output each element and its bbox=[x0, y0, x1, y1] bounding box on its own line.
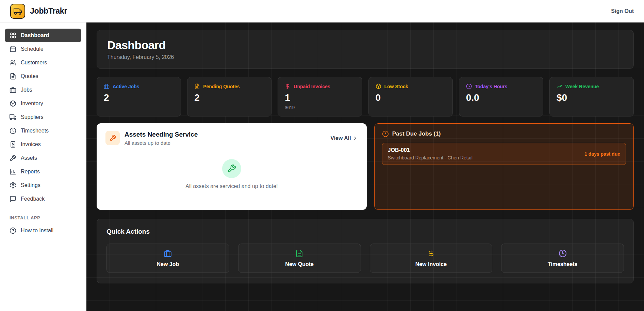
assets-card-titles: Assets Needing Service All assets up to … bbox=[125, 131, 198, 146]
briefcase-icon bbox=[104, 83, 110, 89]
layout-grid-icon bbox=[10, 32, 16, 39]
sidebar-item-label: Timesheets bbox=[21, 128, 49, 134]
sidebar-item-how-to-install[interactable]: How to Install bbox=[5, 224, 81, 237]
quick-action-label: New Job bbox=[156, 261, 179, 267]
assets-needing-service-card: Assets Needing Service All assets up to … bbox=[97, 123, 367, 210]
sidebar-item-label: Dashboard bbox=[21, 32, 49, 38]
sidebar-item-label: Customers bbox=[21, 60, 47, 66]
briefcase-icon bbox=[164, 249, 172, 258]
stat-value: 0 bbox=[376, 92, 446, 103]
sidebar-item-suppliers[interactable]: Suppliers bbox=[5, 110, 81, 124]
sidebar-item-label: Feedback bbox=[21, 196, 45, 202]
assets-card-empty-state: All assets are serviced and up to date! bbox=[105, 146, 358, 202]
wrench-icon bbox=[105, 131, 120, 145]
stat-card-header: Week Revenue bbox=[557, 83, 627, 89]
stat-value: $0 bbox=[557, 92, 627, 103]
sidebar-item-label: Jobs bbox=[21, 87, 32, 93]
page-date: Thursday, February 5, 2026 bbox=[107, 54, 623, 60]
stat-card-active-jobs: Active Jobs2 bbox=[97, 77, 181, 116]
stat-card-unpaid-invoices: Unpaid Invoices1$619 bbox=[278, 77, 362, 116]
bar-chart-icon bbox=[10, 168, 16, 175]
app-title: JobbTrakr bbox=[30, 6, 67, 16]
clock-icon bbox=[559, 249, 567, 258]
dollar-sign-icon bbox=[427, 249, 435, 258]
package-icon bbox=[376, 83, 381, 89]
quick-action-label: New Invoice bbox=[415, 261, 447, 267]
sidebar-item-dashboard[interactable]: Dashboard bbox=[5, 29, 81, 42]
stat-card-low-stock: Low Stock0 bbox=[368, 77, 453, 116]
package-icon bbox=[10, 100, 16, 107]
quick-action-new-job-button[interactable]: New Job bbox=[106, 244, 229, 273]
quick-actions-row: New JobNew QuoteNew InvoiceTimesheets bbox=[106, 244, 624, 273]
sidebar-item-label: Inventory bbox=[21, 100, 43, 107]
assets-card-subtitle: All assets up to date bbox=[125, 140, 198, 146]
invoice-icon bbox=[10, 141, 16, 148]
past-due-badge: 1 days past due bbox=[584, 151, 620, 157]
wrench-icon bbox=[10, 155, 16, 161]
sidebar-item-timesheets[interactable]: Timesheets bbox=[5, 124, 81, 138]
past-due-title: Past Due Jobs (1) bbox=[392, 130, 441, 137]
file-text-icon bbox=[295, 249, 303, 258]
sidebar-item-customers[interactable]: Customers bbox=[5, 56, 81, 69]
stats-row: Active Jobs2Pending Quotes2Unpaid Invoic… bbox=[97, 77, 634, 116]
assets-empty-message: All assets are serviced and up to date! bbox=[185, 183, 278, 189]
sidebar-item-schedule[interactable]: Schedule bbox=[5, 42, 81, 56]
install-item-container: How to Install bbox=[5, 224, 81, 237]
sidebar-nav: DashboardScheduleCustomersQuotesJobsInve… bbox=[5, 29, 81, 206]
trending-up-icon bbox=[557, 83, 562, 89]
stat-label: Today's Hours bbox=[475, 84, 508, 89]
stat-card-header: Low Stock bbox=[376, 83, 446, 89]
middle-row: Assets Needing Service All assets up to … bbox=[97, 123, 634, 210]
sidebar-item-settings[interactable]: Settings bbox=[5, 178, 81, 192]
quick-action-new-invoice-button[interactable]: New Invoice bbox=[370, 244, 493, 273]
clock-icon bbox=[466, 83, 472, 89]
sidebar-item-invoices[interactable]: Invoices bbox=[5, 138, 81, 151]
file-text-icon bbox=[10, 73, 16, 80]
topbar: JobbTrakr Sign Out bbox=[0, 0, 644, 22]
sidebar-item-assets[interactable]: Assets bbox=[5, 151, 81, 165]
sidebar-item-label: Suppliers bbox=[21, 114, 44, 120]
dashboard-header-card: Dashboard Thursday, February 5, 2026 bbox=[97, 30, 634, 69]
truck-icon bbox=[10, 114, 16, 121]
sidebar-item-inventory[interactable]: Inventory bbox=[5, 97, 81, 110]
past-due-header: Past Due Jobs (1) bbox=[382, 130, 626, 137]
chevron-right-icon bbox=[352, 136, 358, 141]
stat-label: Pending Quotes bbox=[203, 84, 240, 89]
message-icon bbox=[10, 196, 16, 202]
install-app-section-label: INSTALL APP bbox=[10, 215, 77, 220]
dollar-sign-icon bbox=[285, 83, 291, 89]
alert-circle-icon bbox=[382, 130, 389, 137]
past-due-jobs-card: Past Due Jobs (1) JOB-001Switchboard Rep… bbox=[374, 123, 634, 210]
sidebar-item-label: Assets bbox=[21, 155, 37, 161]
sign-out-button[interactable]: Sign Out bbox=[611, 8, 634, 14]
help-circle-icon bbox=[10, 227, 16, 234]
stat-value: 1 bbox=[285, 92, 355, 103]
stat-value: 2 bbox=[194, 92, 264, 103]
stat-value: 0.0 bbox=[466, 92, 536, 103]
sidebar-item-quotes[interactable]: Quotes bbox=[5, 69, 81, 83]
assets-card-header: Assets Needing Service All assets up to … bbox=[105, 131, 358, 146]
job-id: JOB-001 bbox=[388, 147, 473, 153]
quick-actions-card: Quick Actions New JobNew QuoteNew Invoic… bbox=[97, 219, 634, 283]
stat-label: Low Stock bbox=[384, 84, 408, 89]
past-due-jobs-list: JOB-001Switchboard Replacement - Chen Re… bbox=[382, 143, 626, 165]
sidebar-item-reports[interactable]: Reports bbox=[5, 165, 81, 178]
stat-label: Week Revenue bbox=[565, 84, 599, 89]
view-all-label: View All bbox=[330, 135, 351, 141]
sidebar-item-feedback[interactable]: Feedback bbox=[5, 192, 81, 206]
sidebar-item-label: Schedule bbox=[21, 46, 44, 52]
past-due-job-row[interactable]: JOB-001Switchboard Replacement - Chen Re… bbox=[382, 143, 626, 165]
briefcase-icon bbox=[10, 87, 16, 93]
truck-icon bbox=[14, 7, 22, 15]
job-description: Switchboard Replacement - Chen Retail bbox=[388, 155, 473, 160]
wrench-icon bbox=[222, 159, 241, 178]
quick-action-new-quote-button[interactable]: New Quote bbox=[238, 244, 361, 273]
quick-action-timesheets-button[interactable]: Timesheets bbox=[501, 244, 624, 273]
stat-value: 2 bbox=[104, 92, 174, 103]
sidebar-item-jobs[interactable]: Jobs bbox=[5, 83, 81, 97]
view-all-button[interactable]: View All bbox=[330, 135, 358, 141]
stat-sub-value: $619 bbox=[285, 105, 355, 110]
stat-card-header: Pending Quotes bbox=[194, 83, 264, 89]
clock-icon bbox=[10, 127, 16, 134]
sidebar-item-label: Settings bbox=[21, 182, 40, 188]
